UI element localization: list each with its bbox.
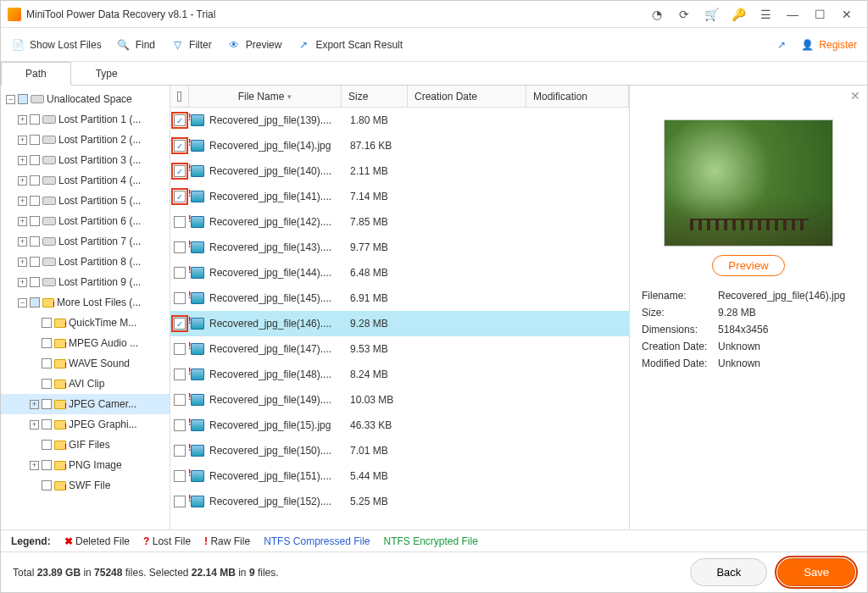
file-checkbox[interactable]: ✓ [174, 191, 186, 202]
tree-subfolder[interactable]: QuickTime M... [1, 313, 170, 333]
maximize-icon[interactable]: ☐ [810, 4, 830, 25]
image-file-icon [191, 292, 204, 304]
tree-partition[interactable]: +Lost Partition 5 (... [1, 191, 170, 211]
window-title: MiniTool Power Data Recovery v8.1 - Tria… [26, 8, 215, 20]
back-button[interactable]: Back [690, 558, 767, 586]
preview-image [664, 119, 833, 247]
file-row[interactable]: ✓Recovered_jpg_file(140)....2.11 MB [170, 158, 629, 184]
file-row[interactable]: Recovered_jpg_file(148)....8.24 MB [170, 362, 629, 387]
file-size: 9.53 MB [350, 343, 416, 355]
file-checkbox[interactable] [174, 216, 186, 228]
refresh-icon[interactable]: ⟳ [674, 4, 694, 25]
tree-root[interactable]: −Unallocated Space [1, 89, 170, 109]
file-checkbox[interactable]: ✓ [174, 140, 186, 152]
file-size: 7.85 MB [350, 216, 416, 228]
app-icon [8, 8, 21, 21]
tree-subfolder[interactable]: +JPEG Graphi... [1, 414, 170, 435]
key-icon[interactable]: 🔑 [728, 4, 748, 25]
register-button[interactable]: 👤Register [801, 39, 857, 51]
file-row[interactable]: ✓Recovered_jpg_file(139)....1.80 MB [170, 108, 629, 133]
file-row[interactable]: Recovered_jpg_file(152)....5.25 MB [170, 489, 629, 514]
file-row[interactable]: Recovered_jpg_file(151)....5.44 MB [170, 463, 629, 489]
tree-subfolder[interactable]: MPEG Audio ... [1, 333, 170, 353]
file-checkbox[interactable] [174, 369, 186, 380]
file-checkbox[interactable] [174, 445, 186, 457]
tree-subfolder[interactable]: GIF Files [1, 435, 170, 455]
file-row[interactable]: Recovered_jpg_file(142)....7.85 MB [170, 209, 629, 235]
image-file-icon [191, 419, 204, 431]
menu-icon[interactable]: ☰ [755, 4, 776, 25]
preview-open-button[interactable]: Preview [712, 255, 784, 276]
file-checkbox[interactable] [174, 394, 186, 406]
file-row[interactable]: Recovered_jpg_file(149)....10.03 MB [170, 387, 629, 413]
file-row[interactable]: Recovered_jpg_file(147)....9.53 MB [170, 336, 629, 362]
file-checkbox[interactable]: ✓ [174, 318, 186, 330]
legend-bar: Legend: ✖ Deleted File ? Lost File ! Raw… [1, 529, 867, 551]
tab-type[interactable]: Type [71, 62, 142, 85]
preview-close-icon[interactable]: ✕ [850, 89, 860, 103]
tree-partition[interactable]: +Lost Partition 7 (... [1, 231, 170, 252]
cart-icon[interactable]: 🛒 [701, 4, 721, 25]
tree-partition[interactable]: +Lost Partition 8 (... [1, 252, 170, 272]
file-name: Recovered_jpg_file(139).... [209, 114, 345, 126]
tree-more-lost[interactable]: −More Lost Files (... [1, 292, 170, 313]
file-size: 5.25 MB [350, 496, 416, 507]
file-row[interactable]: ✓Recovered_jpg_file(14).jpg87.16 KB [170, 133, 629, 158]
tree-partition[interactable]: +Lost Partition 4 (... [1, 170, 170, 191]
image-file-icon [191, 470, 204, 482]
show-lost-files-button[interactable]: 📄Show Lost Files [11, 38, 102, 52]
header-modification[interactable]: Modification [526, 86, 629, 107]
find-button[interactable]: 🔍Find [117, 38, 155, 52]
tree-subfolder[interactable]: SWF File [1, 475, 170, 496]
tree-partition[interactable]: +Lost Partition 3 (... [1, 150, 170, 170]
tree-partition[interactable]: +Lost Partition 1 (... [1, 109, 170, 130]
tree-subfolder[interactable]: AVI Clip [1, 374, 170, 394]
file-size: 5.44 MB [350, 470, 416, 482]
file-checkbox[interactable] [174, 241, 186, 253]
tree-partition[interactable]: +Lost Partition 2 (... [1, 130, 170, 150]
file-row[interactable]: Recovered_jpg_file(144)....6.48 MB [170, 260, 629, 285]
file-checkbox[interactable] [174, 292, 186, 304]
tree-partition[interactable]: +Lost Partition 9 (... [1, 272, 170, 292]
export-button[interactable]: ↗Export Scan Result [297, 38, 403, 52]
tree-subfolder[interactable]: +PNG Image [1, 455, 170, 475]
header-filename[interactable]: File Name▾ [189, 86, 342, 107]
file-name: Recovered_jpg_file(14).jpg [209, 140, 345, 152]
tree-subfolder[interactable]: +JPEG Camer... [1, 394, 170, 414]
file-checkbox[interactable]: ✓ [174, 114, 186, 126]
preview-button[interactable]: 👁Preview [227, 38, 282, 52]
file-list: File Name▾ Size Creation Date Modificati… [170, 86, 630, 529]
header-size[interactable]: Size [342, 86, 408, 107]
file-row[interactable]: Recovered_jpg_file(150)....7.01 MB [170, 438, 629, 463]
gauge-icon[interactable]: ◔ [647, 4, 667, 25]
close-icon[interactable]: ✕ [837, 4, 857, 25]
file-checkbox[interactable] [174, 343, 186, 355]
file-row[interactable]: ✓Recovered_jpg_file(146)....9.28 MB [170, 311, 629, 336]
folder-tree[interactable]: −Unallocated Space +Lost Partition 1 (..… [1, 86, 170, 529]
file-row[interactable]: Recovered_jpg_file(145)....6.91 MB [170, 285, 629, 311]
file-list-body[interactable]: ✓Recovered_jpg_file(139)....1.80 MB✓Reco… [170, 108, 629, 529]
minimize-icon[interactable]: — [782, 4, 803, 25]
file-checkbox[interactable] [174, 267, 186, 279]
save-button[interactable]: Save [777, 558, 855, 586]
file-size: 87.16 KB [350, 140, 416, 152]
preview-metadata: Filename:Recovered_jpg_file(146).jpg Siz… [642, 290, 855, 369]
tree-subfolder[interactable]: WAVE Sound [1, 353, 170, 374]
tab-path[interactable]: Path [1, 62, 71, 86]
filter-button[interactable]: ▽Filter [170, 38, 212, 52]
file-checkbox[interactable] [174, 470, 186, 482]
export-icon: ↗ [297, 38, 310, 52]
meta-cdate: Unknown [718, 341, 855, 352]
header-checkbox[interactable] [170, 86, 189, 107]
file-checkbox[interactable]: ✓ [174, 165, 186, 177]
file-checkbox[interactable] [174, 496, 186, 507]
file-row[interactable]: Recovered_jpg_file(15).jpg46.33 KB [170, 413, 629, 438]
image-file-icon [191, 191, 204, 202]
file-row[interactable]: Recovered_jpg_file(143)....9.77 MB [170, 235, 629, 260]
file-row[interactable]: ✓Recovered_jpg_file(141)....7.14 MB [170, 184, 629, 209]
file-checkbox[interactable] [174, 419, 186, 431]
header-creation-date[interactable]: Creation Date [408, 86, 526, 107]
filter-icon: ▽ [170, 38, 184, 52]
tree-partition[interactable]: +Lost Partition 6 (... [1, 211, 170, 231]
share-icon[interactable]: ↗ [777, 39, 786, 51]
